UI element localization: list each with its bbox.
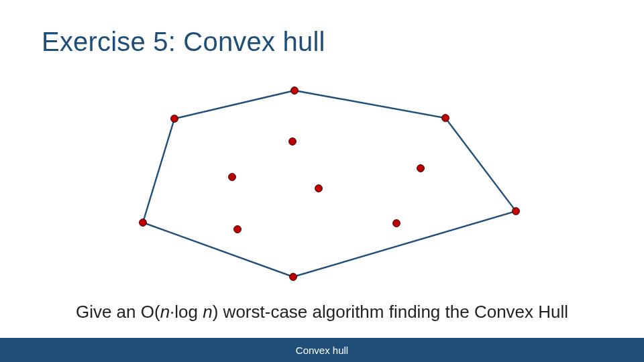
prompt-var-n1: n	[160, 302, 170, 322]
point-dot	[140, 219, 147, 227]
point-dot	[393, 220, 400, 227]
point-dot	[291, 87, 299, 95]
diagram-svg	[0, 80, 644, 295]
point-dot	[290, 274, 297, 281]
prompt-prefix: Give an O(	[76, 302, 160, 322]
prompt-var-n2: n	[203, 302, 212, 322]
prompt-suffix: ) worst-case algorithm finding the Conve…	[213, 302, 568, 322]
slide-title: Exercise 5: Convex hull	[42, 27, 325, 57]
hull-polygon	[143, 90, 516, 277]
point-dot	[442, 115, 449, 122]
prompt-mid: ·log	[170, 302, 203, 322]
point-dot	[315, 185, 323, 192]
point-dot	[229, 174, 236, 181]
exercise-prompt: Give an O(n·log n) worst-case algorithm …	[0, 302, 644, 322]
footer-label: Convex hull	[296, 345, 348, 356]
point-dot	[234, 226, 241, 233]
convex-hull-diagram	[0, 80, 644, 295]
point-dot	[171, 115, 178, 123]
footer-bar: Convex hull	[0, 338, 644, 362]
point-dot	[513, 208, 520, 215]
point-dot	[417, 165, 425, 172]
point-dot	[289, 138, 297, 145]
slide: Exercise 5: Convex hull Give an O(n·log …	[0, 0, 644, 362]
